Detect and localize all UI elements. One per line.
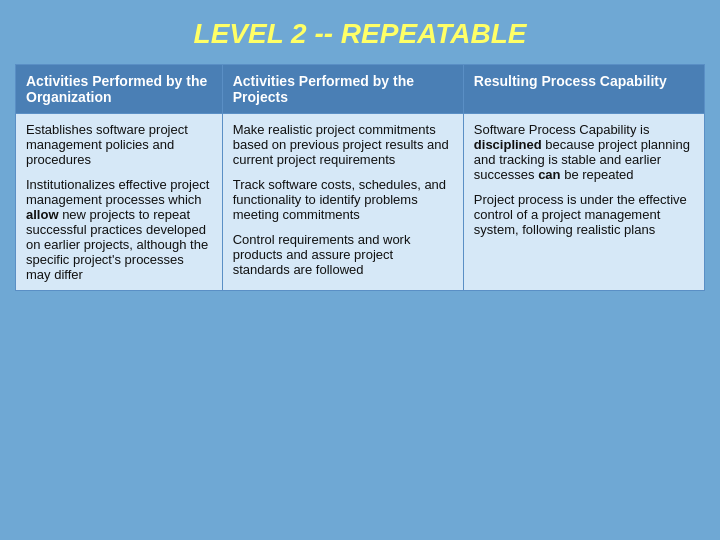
col1-para1: Establishes software project management … (26, 122, 212, 167)
col1-para2-prefix: Institutionalizes effective project mana… (26, 177, 209, 207)
col3-para2: Project process is under the effective c… (474, 192, 694, 237)
col3-para1-bold2: can (538, 167, 560, 182)
col3-content: Software Process Capability is disciplin… (463, 114, 704, 291)
content-table: Activities Performed by the Organization… (15, 64, 705, 291)
page-title: LEVEL 2 -- REPEATABLE (0, 0, 720, 64)
col2-para2: Track software costs, schedules, and fun… (233, 177, 453, 222)
header-col2: Activities Performed by the Projects (222, 65, 463, 114)
col1-content: Establishes software project management … (16, 114, 223, 291)
col3-para1: Software Process Capability is disciplin… (474, 122, 694, 182)
col2-para1: Make realistic project commitments based… (233, 122, 453, 167)
col3-para1-bold: disciplined (474, 137, 542, 152)
col1-para2-bold: allow (26, 207, 59, 222)
col3-para1-prefix: Software Process Capability is (474, 122, 650, 137)
header-col1: Activities Performed by the Organization (16, 65, 223, 114)
col3-para1-suffix2: be repeated (561, 167, 634, 182)
col2-content: Make realistic project commitments based… (222, 114, 463, 291)
col1-para2: Institutionalizes effective project mana… (26, 177, 212, 282)
col2-para3: Control requirements and work products a… (233, 232, 453, 277)
header-col3: Resulting Process Capability (463, 65, 704, 114)
